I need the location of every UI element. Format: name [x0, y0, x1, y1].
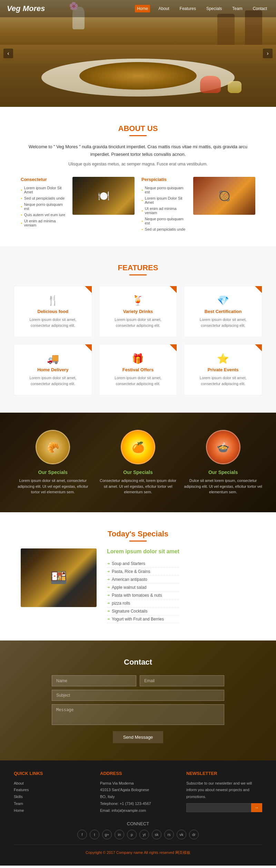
- list-item: Sed ut perspiciatis unde: [141, 226, 186, 232]
- feature-icon-4: 🎁: [106, 353, 170, 364]
- contact-email-input[interactable]: [140, 675, 224, 686]
- about-intro: Welcome to " Veg Mores " nulla gravida t…: [21, 143, 255, 158]
- newsletter-desc: Subscribe to our newsletter and we will …: [186, 780, 262, 800]
- footer-link-team[interactable]: Team: [14, 800, 90, 807]
- features-title: FEATURES: [14, 263, 262, 272]
- todays-menu-title: Lorem ipsum dolor sit amet: [107, 548, 179, 555]
- special-desc-1: Consectetur adipiscing elit, lorem ipsum…: [99, 478, 177, 495]
- features-underline: [129, 274, 147, 275]
- address-line-0: Parma Via Moderna: [100, 780, 176, 787]
- footer-link-about[interactable]: About: [14, 780, 90, 787]
- social-twitter[interactable]: t: [90, 830, 99, 839]
- next-arrow[interactable]: ›: [263, 49, 273, 58]
- copyright-text: Copyright © 2017 Company name All rights…: [86, 850, 190, 855]
- menu-item-1: Pasta, Rice & Grains: [107, 568, 179, 576]
- feature-card-3: 🚚 Home Delivery Lorem ipsum dolor sit am…: [14, 344, 92, 395]
- about-title: ABOUT US: [21, 124, 255, 133]
- menu-item-6: Signature Cocktails: [107, 607, 179, 615]
- navigation: Veg Mores Home About Features Specials T…: [0, 0, 276, 17]
- special-item-0: 🥐 Our Specials Lorem ipsum dolor sit ame…: [14, 430, 92, 495]
- social-icons: f t g+ in p yt sk rs vk dr: [14, 830, 262, 839]
- contact-message-textarea[interactable]: [52, 704, 224, 725]
- footer-quick-links: QUICK LINKS About Features Skills Team H…: [14, 771, 90, 814]
- about-col2: Perspiciatis Neque porro quisquam est Lo…: [141, 177, 186, 232]
- todays-menu: Lorem ipsum dolor sit amet Soup and Star…: [107, 548, 179, 623]
- social-facebook[interactable]: f: [77, 830, 87, 839]
- nav-features[interactable]: Features: [178, 5, 198, 12]
- about-sub: Ulisque quis egestas metus, ac semper ma…: [21, 162, 255, 166]
- nav-contact[interactable]: Contact: [251, 5, 269, 12]
- address-line-3: Telephone: +1 (734) 123-4567: [100, 800, 176, 807]
- social-rss[interactable]: rs: [164, 830, 174, 839]
- contact-row-2: [52, 690, 224, 701]
- list-item: Ut enim ad minima veniam: [141, 205, 186, 216]
- address-title: ADDRESS: [100, 771, 176, 776]
- newsletter-email-input[interactable]: [186, 803, 251, 812]
- contact-title: Contact: [14, 658, 262, 667]
- nav-about[interactable]: About: [156, 5, 171, 12]
- quick-links-title: QUICK LINKS: [14, 771, 90, 776]
- feature-desc-4: Lorem ipsum dolor sit amet, consectetur …: [106, 375, 170, 386]
- todays-menu-list: Soup and Starters Pasta, Rice & Grains A…: [107, 560, 179, 623]
- special-item-2: 🍲 Our Specials Dulce sit amet lorem ipsu…: [184, 430, 262, 495]
- about-col1-list: Lorem ipsum Dolor Sit Amet Sed ut perspi…: [21, 185, 66, 228]
- social-youtube[interactable]: yt: [139, 830, 149, 839]
- feature-title-2: Best Certification: [191, 309, 255, 314]
- special-item-1: 🍊 Our Specials Consectetur adipiscing el…: [99, 430, 177, 495]
- footer: QUICK LINKS About Features Skills Team H…: [0, 760, 276, 866]
- feature-card-2: 💎 Best Certification Lorem ipsum dolor s…: [184, 286, 262, 337]
- social-vk[interactable]: vk: [177, 830, 186, 839]
- menu-item-4: Pasta with tomatoes & nuts: [107, 592, 179, 599]
- list-item: Neque porro quisquam est: [141, 185, 186, 195]
- feature-icon-5: ⭐: [191, 353, 255, 364]
- nav-specials[interactable]: Specials: [204, 5, 224, 12]
- list-item: Quis autem vel eum iure: [21, 212, 66, 218]
- nav-team[interactable]: Team: [230, 5, 244, 12]
- todays-inner: 🍱 Lorem ipsum dolor sit amet Soup and St…: [21, 548, 255, 623]
- nav-home[interactable]: Home: [135, 5, 150, 12]
- contact-form: Send Message: [52, 675, 224, 743]
- social-pinterest[interactable]: p: [127, 830, 137, 839]
- contact-name-input[interactable]: [52, 675, 136, 686]
- send-message-button[interactable]: Send Message: [113, 731, 164, 743]
- newsletter-input-row: →: [186, 803, 262, 812]
- list-item: Neque porro quisquam est: [141, 216, 186, 226]
- special-circle-0: 🥐: [36, 430, 70, 464]
- menu-item-0: Soup and Starters: [107, 560, 179, 568]
- about-col1: Consectetur Lorem ipsum Dolor Sit Amet S…: [21, 177, 66, 228]
- address-line-4: Email: info(at)example.com: [100, 807, 176, 814]
- prev-arrow[interactable]: ‹: [3, 49, 13, 58]
- social-googleplus[interactable]: g+: [102, 830, 112, 839]
- social-dribbble[interactable]: dr: [189, 830, 199, 839]
- contact-section: Contact Send Message: [0, 640, 276, 760]
- menu-item-3: Apple walnut salad: [107, 584, 179, 592]
- footer-address: ADDRESS Parma Via Moderna 41013 Sant'Aga…: [100, 771, 176, 814]
- feature-icon-1: 🍹: [106, 295, 170, 306]
- social-skype[interactable]: sk: [152, 830, 161, 839]
- feature-title-5: Private Events: [191, 367, 255, 372]
- menu-item-7: Yogurt with Fruit and Berries: [107, 615, 179, 623]
- about-col1-title: Consectetur: [21, 177, 66, 182]
- special-circle-2: 🍲: [206, 430, 240, 464]
- special-title-1: Our Specials: [99, 470, 177, 475]
- about-image1: 🍽️: [72, 177, 135, 215]
- footer-link-skills[interactable]: Skills: [14, 794, 90, 800]
- features-grid: 🍴 Delicious food Lorem ipsum dolor sit a…: [14, 286, 262, 395]
- special-title-0: Our Specials: [14, 470, 92, 475]
- footer-link-features[interactable]: Features: [14, 787, 90, 794]
- list-item: Ut enim ad minima veniam: [21, 218, 66, 228]
- todays-image: 🍱: [21, 548, 97, 607]
- footer-link-home[interactable]: Home: [14, 807, 90, 814]
- newsletter-submit-button[interactable]: →: [251, 803, 262, 812]
- list-item: Lorem ipsum Dolor Sit Amet: [21, 185, 66, 195]
- feature-icon-0: 🍴: [21, 295, 85, 306]
- about-section: ABOUT US Welcome to " Veg Mores " nulla …: [0, 107, 276, 246]
- about-col2-title: Perspiciatis: [141, 177, 186, 182]
- contact-subject-input[interactable]: [52, 690, 224, 701]
- todays-title: Today's Specials: [21, 529, 255, 538]
- feature-desc-2: Lorem ipsum dolor sit amet, consectetur …: [191, 317, 255, 328]
- special-desc-0: Lorem ipsum dolor sit amet, consectetur …: [14, 478, 92, 495]
- feature-title-1: Variety Drinks: [106, 309, 170, 314]
- social-linkedin[interactable]: in: [115, 830, 124, 839]
- about-image2: 🥘: [193, 177, 255, 215]
